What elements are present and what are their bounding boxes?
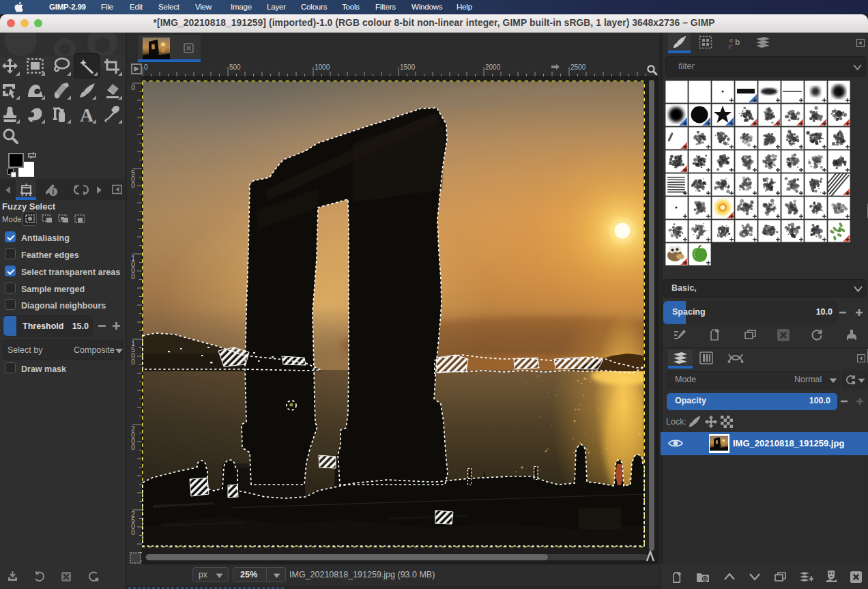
svg-text:1000: 1000 [315,63,330,71]
svg-text:0: 0 [131,358,135,366]
svg-text:500: 500 [229,63,241,71]
svg-text:c: c [729,42,732,49]
svg-text:0: 0 [131,444,135,451]
svg-text:2000: 2000 [485,63,501,71]
svg-text:0: 0 [131,529,135,536]
svg-text:0: 0 [131,273,135,281]
svg-text:2500: 2500 [570,63,586,71]
svg-text:1500: 1500 [400,63,416,71]
svg-text:0: 0 [131,84,135,91]
svg-text:b: b [735,38,740,47]
svg-text:i: i [53,188,55,196]
svg-text:0: 0 [131,182,135,189]
svg-text:0: 0 [144,63,148,71]
